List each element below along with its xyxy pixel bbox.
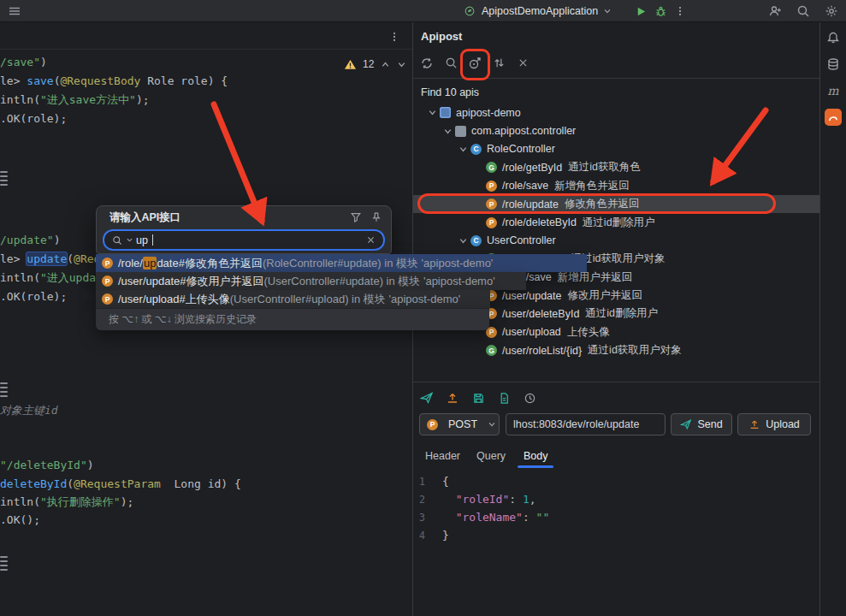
search-result[interactable]: P/role/update#修改角色并返回 (RoleController#up…: [96, 254, 587, 272]
api-path: com.apipost.controller: [471, 125, 576, 137]
tree-row-/role/save[interactable]: P/role/save新增角色并返回: [413, 177, 819, 195]
fold-marker[interactable]: [0, 556, 8, 573]
post-method-icon: P: [102, 293, 113, 305]
api-path: /role/getById: [502, 162, 562, 174]
tab-header[interactable]: Header: [425, 450, 460, 462]
debug-button[interactable]: [653, 3, 668, 19]
notifications-icon[interactable]: [825, 29, 842, 46]
module-icon: [440, 107, 451, 118]
send-label: Send: [697, 418, 722, 430]
send-button[interactable]: Send: [671, 413, 732, 435]
tab-body[interactable]: Body: [524, 450, 548, 462]
body-line: "roleId": 1,: [442, 492, 536, 507]
code-line: 对象主键id: [0, 403, 58, 418]
more-actions-icon[interactable]: [672, 3, 688, 19]
upload-icon[interactable]: [446, 391, 459, 405]
code-line: le> save(@RequestBody Role role) {: [0, 74, 228, 89]
chevron-down-icon[interactable]: [456, 145, 470, 154]
request-bar: P POST Send Upload: [413, 413, 819, 435]
code-line: .OK(role);: [0, 289, 67, 305]
refresh-icon[interactable]: [420, 56, 434, 70]
tree-row-com.apipost.controller[interactable]: com.apipost.controller: [413, 121, 819, 139]
chevron-down-icon[interactable]: [425, 108, 440, 117]
api-description: 通过id获取角色: [568, 160, 641, 175]
chevron-up-icon[interactable]: [380, 56, 390, 72]
chevron-down-icon: [602, 3, 612, 19]
search-results: P/role/update#修改角色并返回 (RoleController#up…: [96, 254, 592, 308]
send-icon: [680, 418, 692, 430]
locate-api-icon[interactable]: [468, 56, 482, 70]
find-apis-text: Find 10 apis: [421, 86, 479, 98]
popup-title: 请输入API接口: [109, 210, 180, 225]
get-method-icon: G: [486, 345, 497, 356]
code-line: "/deleteById"): [0, 458, 94, 473]
expand-collapse-icon[interactable]: [492, 56, 506, 70]
fold-marker[interactable]: [0, 382, 8, 400]
filter-icon[interactable]: [349, 211, 362, 224]
url-input[interactable]: [513, 418, 658, 430]
run-config-icon: [462, 3, 477, 19]
search-result[interactable]: P/user/upload#上传头像 (UserController#uploa…: [96, 290, 490, 308]
request-actions: [420, 387, 536, 409]
ide-window: ApipostDemoApplication: [0, 0, 846, 616]
run-button[interactable]: [633, 3, 648, 19]
settings-icon[interactable]: [824, 3, 839, 19]
history-icon[interactable]: [523, 391, 536, 405]
api-search-input[interactable]: up: [103, 229, 385, 251]
editor-options-icon[interactable]: [387, 29, 402, 44]
maven-icon[interactable]: m: [825, 82, 842, 99]
search-result[interactable]: P/user/update#修改用户并返回 (UserController#up…: [96, 272, 526, 290]
run-widget[interactable]: ApipostDemoApplication: [462, 0, 688, 22]
document-icon[interactable]: [497, 391, 511, 405]
tab-query[interactable]: Query: [476, 450, 506, 462]
run-config-name[interactable]: ApipostDemoApplication: [482, 5, 598, 17]
invite-user-icon[interactable]: [767, 3, 783, 19]
package-icon: [455, 126, 466, 137]
request-tabs: Header Query Body: [413, 443, 819, 469]
code-line: intln("执行删除操作");: [0, 495, 133, 510]
save-icon[interactable]: [471, 391, 485, 405]
chevron-down-icon[interactable]: [126, 233, 133, 248]
text-caret: [152, 234, 154, 246]
chevron-down-icon: [488, 417, 496, 432]
line-number: 3: [413, 510, 425, 525]
code-line: .OK(role);: [0, 111, 67, 127]
send-icon[interactable]: [420, 391, 434, 405]
search-value: up: [136, 234, 148, 246]
method-select[interactable]: P POST: [419, 413, 500, 435]
fold-marker[interactable]: [0, 171, 8, 188]
apipost-plugin-icon[interactable]: [825, 109, 842, 126]
tree-row-/user/roleList/{id}[interactable]: G/user/roleList/{id}通过id获取用户对象: [413, 341, 819, 359]
menu-icon[interactable]: [7, 3, 22, 19]
warning-icon: [344, 58, 357, 71]
search-icon[interactable]: [796, 3, 811, 19]
chevron-down-icon[interactable]: [396, 56, 406, 72]
editor-divider: [0, 49, 412, 50]
search-icon: [111, 234, 122, 246]
search-hint: 按 ⌥↑ 或 ⌥↓ 浏览搜索历史记录: [96, 308, 489, 330]
tree-row-RoleController[interactable]: CRoleController: [413, 140, 819, 158]
chevron-down-icon[interactable]: [441, 127, 455, 136]
request-body-editor[interactable]: 1{2 "roleId": 1,3 "roleName": ""4}: [413, 472, 819, 616]
pin-icon[interactable]: [370, 211, 382, 224]
line-number: 1: [413, 474, 425, 489]
tree-row-apipost-demo[interactable]: apipost-demo: [413, 104, 819, 121]
database-icon[interactable]: [825, 56, 842, 73]
code-line: .OK();: [0, 512, 40, 528]
search-dialog: 请输入API接口 up: [96, 205, 392, 254]
line-number: 4: [413, 528, 425, 543]
api-path: /user/roleList/{id}: [502, 345, 582, 357]
panel-toolbar: [413, 48, 819, 79]
post-method-icon: P: [102, 258, 113, 269]
clear-icon[interactable]: [365, 234, 376, 246]
api-path: apipost-demo: [456, 107, 521, 119]
body-line: {: [442, 474, 449, 489]
close-icon[interactable]: [516, 56, 529, 70]
inspections-widget[interactable]: 12: [344, 56, 406, 72]
method-value: POST: [448, 418, 477, 430]
upload-button[interactable]: Upload: [737, 413, 811, 435]
tree-row-/role/getById[interactable]: G/role/getById通过id获取角色: [413, 158, 819, 176]
upload-label: Upload: [766, 418, 800, 430]
search-icon[interactable]: [444, 56, 458, 70]
api-description: 通过id删除用户: [583, 216, 655, 230]
